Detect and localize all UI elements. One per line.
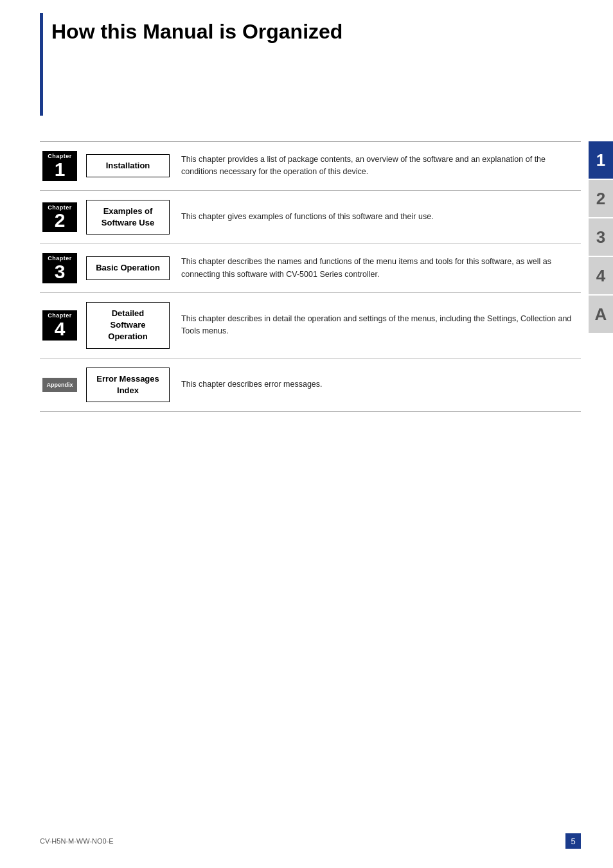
chapter-row-4: Chapter 4 Detailed SoftwareOperation Thi…	[40, 293, 581, 359]
chapter-desc-1: This chapter provides a list of package …	[181, 154, 581, 179]
chapter-desc-4: This chapter describes in detail the ope…	[181, 313, 581, 338]
chapter-row-2: Chapter 2 Examples ofSoftware Use This c…	[40, 191, 581, 244]
footer: CV-H5N-M-WW-NO0-E 5	[40, 833, 581, 849]
chapter-row-3: Chapter 3 Basic Operation This chapter d…	[40, 244, 581, 293]
chapter-box-2: Chapter 2	[42, 202, 77, 233]
appendix-box: Appendix	[42, 378, 77, 392]
chapter-badge-2: Chapter 2	[40, 202, 80, 233]
chapter-row-1: Chapter 1 Installation This chapter prov…	[40, 142, 581, 191]
sidebar-tab-3[interactable]: 3	[589, 218, 613, 256]
right-sidebar: 1 2 3 4 A	[589, 141, 613, 333]
sidebar-tab-2[interactable]: 2	[589, 180, 613, 217]
chapter-number-1: 1	[46, 160, 74, 179]
chapter-box-1: Chapter 1	[42, 151, 77, 181]
appendix-title: Error MessagesIndex	[86, 368, 170, 402]
chapter-number-2: 2	[46, 211, 74, 230]
sidebar-tab-a[interactable]: A	[589, 296, 613, 333]
footer-code: CV-H5N-M-WW-NO0-E	[40, 837, 114, 845]
appendix-label: Appendix	[46, 382, 74, 388]
chapter-title-1: Installation	[86, 154, 170, 177]
chapter-title-2: Examples ofSoftware Use	[86, 200, 170, 235]
appendix-row: Appendix Error MessagesIndex This chapte…	[40, 359, 581, 412]
chapter-number-4: 4	[46, 319, 74, 339]
appendix-desc: This chapter describes error messages.	[181, 378, 581, 391]
chapter-desc-3: This chapter describes the names and fun…	[181, 256, 581, 281]
chapter-box-4: Chapter 4	[42, 310, 77, 341]
sidebar-tab-1[interactable]: 1	[589, 141, 613, 179]
page-title: How this Manual is Organized	[51, 19, 342, 44]
main-content: Chapter 1 Installation This chapter prov…	[40, 141, 581, 412]
chapter-title-3: Basic Operation	[86, 256, 170, 279]
sidebar-tab-4[interactable]: 4	[589, 257, 613, 294]
footer-page-number: 5	[565, 833, 581, 849]
chapter-badge-3: Chapter 3	[40, 253, 80, 283]
appendix-badge: Appendix	[40, 378, 80, 392]
chapter-desc-2: This chapter gives examples of functions…	[181, 211, 581, 223]
chapter-number-3: 3	[46, 262, 74, 281]
left-accent-bar	[40, 13, 43, 116]
chapter-box-3: Chapter 3	[42, 253, 77, 283]
chapter-title-4: Detailed SoftwareOperation	[86, 302, 170, 349]
chapter-badge-4: Chapter 4	[40, 310, 80, 341]
chapter-badge-1: Chapter 1	[40, 151, 80, 181]
page-container: How this Manual is Organized 1 2 3 4 A C…	[0, 0, 613, 868]
